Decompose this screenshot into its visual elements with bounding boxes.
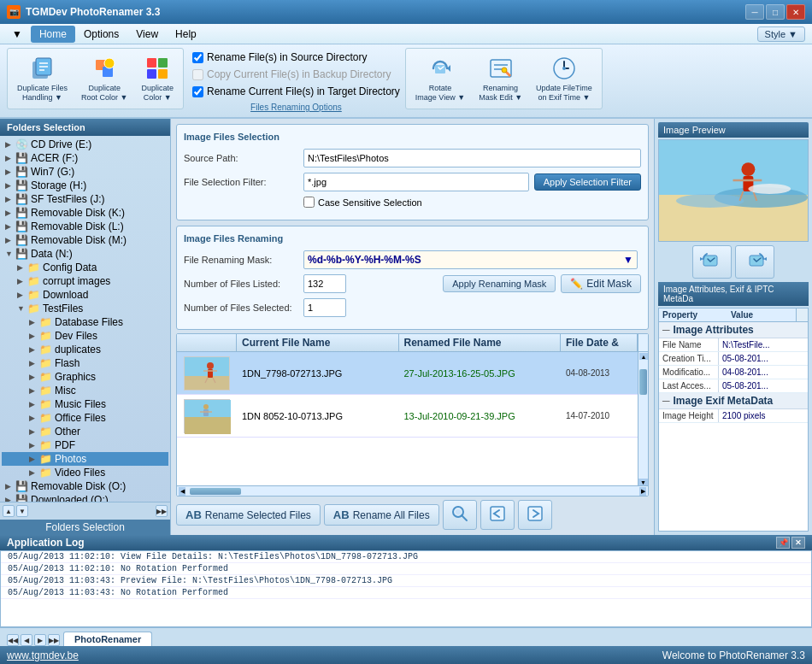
- menu-home[interactable]: Home: [31, 26, 75, 43]
- tree-item-removable-l[interactable]: ▶💾Removable Disk (L:): [2, 220, 168, 233]
- image-attributes-title: Image Attributes, Exif & IPTC MetaDa: [658, 282, 809, 306]
- duplicate-color-button[interactable]: DuplicateColor ▼: [135, 50, 179, 107]
- tree-item-testfiles[interactable]: ▼📁TestFiles: [2, 302, 168, 315]
- duplicate-root-color-button[interactable]: DuplicateRoot Color ▼: [75, 50, 133, 107]
- mask-dropdown[interactable]: %d-%b-%Y-%H-%M-%S ▼: [303, 250, 638, 269]
- svg-rect-32: [203, 409, 209, 416]
- image-files-renaming-panel: Image Files Renaming File Renaming Mask:…: [176, 226, 649, 330]
- tree-item-storage[interactable]: ▶💾Storage (H:): [2, 179, 168, 192]
- folders-selection-tab[interactable]: Folders Selection: [0, 520, 170, 535]
- copy-backup-checkbox[interactable]: [192, 69, 203, 80]
- tree-item-misc[interactable]: ▶📁Misc: [2, 384, 168, 397]
- svg-rect-11: [158, 69, 168, 79]
- scroll-right-button[interactable]: ▶: [639, 487, 646, 496]
- tab-nav-prev-button[interactable]: ◀: [21, 634, 32, 646]
- tree-item-acer[interactable]: ▶💾ACER (F:): [2, 151, 168, 165]
- tree-item-config-data[interactable]: ▶📁Config Data: [2, 261, 168, 274]
- tree-item-music-files[interactable]: ▶📁Music Files: [2, 397, 168, 411]
- col-date-header: File Date &: [561, 334, 638, 351]
- rotate-right-button[interactable]: [735, 245, 774, 279]
- log-line: 05/Aug/2013 11:03:43: No Rotation Perfor…: [1, 587, 811, 599]
- tree-item-database-files[interactable]: ▶📁Database Files: [2, 315, 168, 329]
- tree-item-office-files[interactable]: ▶📁Office Files: [2, 411, 168, 425]
- col-renamed-header: Renamed File Name: [399, 334, 562, 351]
- file-date: 14-07-2010: [561, 408, 638, 424]
- tree-item-pdf[interactable]: ▶📁PDF: [2, 438, 168, 452]
- sidebar-expand-button[interactable]: ▶▶: [156, 505, 168, 517]
- duplicate-files-button[interactable]: Duplicate FilesHandling ▼: [11, 50, 74, 107]
- rename-all-files-button[interactable]: AB Rename All Files: [324, 504, 439, 526]
- tree-item-removable-o[interactable]: ▶💾Removable Disk (O:): [2, 479, 168, 493]
- right-panel: Image Preview: [654, 119, 812, 535]
- tree-item-removable-k[interactable]: ▶💾Removable Disk (K:): [2, 206, 168, 220]
- files-selected-input[interactable]: [303, 298, 346, 317]
- tree-item-video-files[interactable]: ▶📁Video Files: [2, 466, 168, 479]
- tree-item-win7[interactable]: ▶💾Win7 (G:): [2, 165, 168, 179]
- case-sensitive-checkbox[interactable]: [303, 197, 315, 208]
- tree-item-data-n[interactable]: ▼💾Data (N:): [2, 247, 168, 261]
- apply-renaming-mask-button[interactable]: Apply Renaming Mask: [443, 275, 556, 292]
- files-listed-input[interactable]: [303, 274, 346, 293]
- rotate-left-button[interactable]: [692, 245, 732, 279]
- collapse-exif-icon[interactable]: ─: [662, 395, 670, 407]
- tree-item-other[interactable]: ▶📁Other: [2, 425, 168, 438]
- applog-close-button[interactable]: ✕: [791, 537, 805, 549]
- renaming-mask-button[interactable]: RenamingMask Edit ▼: [473, 50, 528, 107]
- file-row[interactable]: 1DN_7798-072713.JPG 27-Jul-2013-16-25-05…: [177, 352, 638, 395]
- forward-button[interactable]: [518, 500, 552, 530]
- folder-tree[interactable]: ▶💿CD Drive (E:) ▶💾ACER (F:) ▶💾Win7 (G:) …: [0, 136, 170, 502]
- svg-point-31: [203, 404, 209, 409]
- applog-pin-button[interactable]: 📌: [776, 537, 790, 549]
- menu-help[interactable]: Help: [167, 26, 205, 43]
- close-button[interactable]: ✕: [786, 4, 805, 20]
- style-button[interactable]: Style ▼: [757, 26, 805, 42]
- apply-selection-filter-button[interactable]: Apply Selection Filter: [534, 173, 641, 191]
- rotate-image-button[interactable]: RotateImage View ▼: [409, 50, 471, 107]
- hscrollbar-thumb[interactable]: [190, 488, 241, 495]
- rename-target-checkbox[interactable]: [192, 86, 203, 97]
- source-path-input[interactable]: [303, 149, 641, 167]
- tree-scroll-up-button[interactable]: ▲: [3, 505, 15, 517]
- maximize-button[interactable]: □: [766, 4, 785, 20]
- edit-mask-button[interactable]: ✏️ Edit Mask: [561, 274, 641, 293]
- tree-item-downloaded-q[interactable]: ▶💾Downloaded (Q:): [2, 493, 168, 502]
- tree-item-flash[interactable]: ▶📁Flash: [2, 356, 168, 370]
- file-row[interactable]: 1DN 8052-10-0713.JPG 13-Jul-2010-09-21-3…: [177, 395, 638, 438]
- rename-selected-files-button[interactable]: AB Rename Selected Files: [176, 504, 321, 526]
- horizontal-scrollbar[interactable]: ◀ ▶: [177, 485, 648, 496]
- tree-item-photos[interactable]: ▶📁Photos: [2, 452, 168, 466]
- menu-file[interactable]: ▼: [3, 26, 31, 43]
- tab-nav-next-button[interactable]: ▶: [34, 634, 46, 646]
- svg-point-24: [207, 362, 214, 369]
- tree-scroll-down-button[interactable]: ▼: [16, 505, 28, 517]
- tree-item-duplicates[interactable]: ▶📁duplicates: [2, 343, 168, 356]
- back-button[interactable]: [480, 500, 515, 530]
- tree-item-download[interactable]: ▶📁Download: [2, 288, 168, 302]
- tab-nav-first-button[interactable]: ◀◀: [7, 634, 19, 646]
- tab-photo-renamer[interactable]: PhotoRenamer: [63, 632, 152, 646]
- search-button[interactable]: [443, 500, 477, 530]
- tree-item-dev-files[interactable]: ▶📁Dev Files: [2, 329, 168, 343]
- minimize-button[interactable]: ─: [745, 4, 764, 20]
- update-filetime-button[interactable]: Update FileTimeon Exif Time ▼: [530, 50, 598, 107]
- scroll-left-button[interactable]: ◀: [179, 487, 185, 496]
- files-renaming-options-link[interactable]: Files Renaming Options: [192, 103, 400, 112]
- collapse-icon[interactable]: ─: [662, 324, 670, 336]
- tree-item-graphics[interactable]: ▶📁Graphics: [2, 370, 168, 384]
- scrollbar-thumb[interactable]: [639, 369, 647, 395]
- tree-item-corrupt-images[interactable]: ▶📁corrupt images: [2, 274, 168, 288]
- tree-item-cd-drive[interactable]: ▶💿CD Drive (E:): [2, 138, 168, 151]
- tree-item-removable-m[interactable]: ▶💾Removable Disk (M:): [2, 233, 168, 247]
- filter-input[interactable]: [303, 173, 529, 191]
- file-current-name: 1DN_7798-072713.JPG: [237, 365, 399, 382]
- menu-view[interactable]: View: [127, 26, 167, 43]
- attr-property: Creation Ti...: [659, 352, 719, 365]
- rename-source-checkbox[interactable]: [192, 52, 203, 63]
- scroll-up-button[interactable]: ▲: [639, 353, 648, 360]
- scroll-down-button[interactable]: ▼: [638, 479, 648, 485]
- attr-value-header: Value: [727, 308, 796, 321]
- tab-nav-last-button[interactable]: ▶▶: [48, 634, 60, 646]
- tree-item-sf-testfiles[interactable]: ▶💾SF TestFiles (J:): [2, 192, 168, 206]
- attr-row: File Name N:\TestFile...: [659, 338, 808, 352]
- menu-options[interactable]: Options: [75, 26, 127, 43]
